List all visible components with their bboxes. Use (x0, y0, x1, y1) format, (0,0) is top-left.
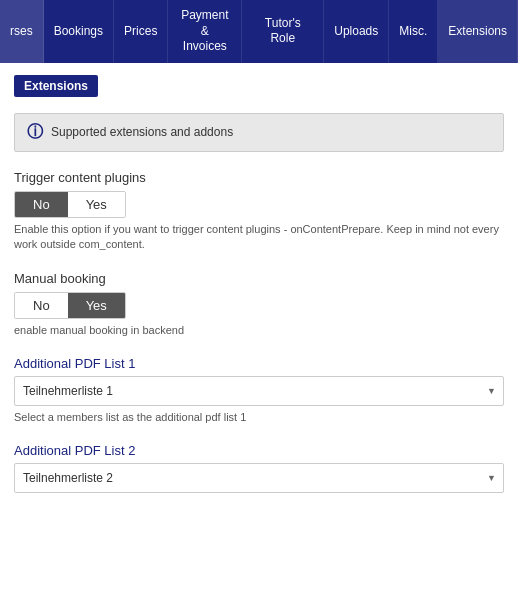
pdf-list-2-select[interactable]: Teilnehmerliste 2 (14, 463, 504, 493)
trigger-content-no-btn[interactable]: No (15, 192, 68, 217)
nav-prices[interactable]: Prices (114, 0, 168, 63)
info-icon: ⓘ (27, 122, 43, 143)
nav-extensions[interactable]: Extensions (438, 0, 518, 63)
manual-booking-toggle: No Yes (14, 292, 126, 319)
nav-uploads[interactable]: Uploads (324, 0, 389, 63)
manual-booking-desc: enable manual booking in backend (14, 323, 504, 338)
trigger-content-label: Trigger content plugins (14, 170, 504, 185)
nav-courses[interactable]: rses (0, 0, 44, 63)
pdf-list-2-section: Additional PDF List 2 Teilnehmerliste 2 (14, 443, 504, 493)
pdf-list-1-section: Additional PDF List 1 Teilnehmerliste 1 … (14, 356, 504, 425)
nav-payment[interactable]: Payment & Invoices (168, 0, 242, 63)
page-content: Extensions ⓘ Supported extensions and ad… (0, 63, 518, 524)
manual-booking-yes-btn[interactable]: Yes (68, 293, 125, 318)
pdf-list-1-select[interactable]: Teilnehmerliste 1 (14, 376, 504, 406)
navbar: rses Bookings Prices Payment & Invoices … (0, 0, 518, 63)
pdf-list-1-wrapper: Teilnehmerliste 1 (14, 376, 504, 406)
pdf-list-1-desc: Select a members list as the additional … (14, 410, 504, 425)
info-box: ⓘ Supported extensions and addons (14, 113, 504, 152)
nav-bookings[interactable]: Bookings (44, 0, 114, 63)
trigger-content-desc: Enable this option if you want to trigge… (14, 222, 504, 253)
pdf-list-2-label: Additional PDF List 2 (14, 443, 504, 458)
nav-misc[interactable]: Misc. (389, 0, 438, 63)
page-badge: Extensions (14, 75, 98, 97)
trigger-content-toggle: No Yes (14, 191, 126, 218)
manual-booking-section: Manual booking No Yes enable manual book… (14, 271, 504, 338)
manual-booking-label: Manual booking (14, 271, 504, 286)
trigger-content-yes-btn[interactable]: Yes (68, 192, 125, 217)
nav-tutors-role[interactable]: Tutor's Role (242, 0, 324, 63)
trigger-content-section: Trigger content plugins No Yes Enable th… (14, 170, 504, 253)
info-text: Supported extensions and addons (51, 125, 233, 139)
pdf-list-1-label: Additional PDF List 1 (14, 356, 504, 371)
manual-booking-no-btn[interactable]: No (15, 293, 68, 318)
pdf-list-2-wrapper: Teilnehmerliste 2 (14, 463, 504, 493)
